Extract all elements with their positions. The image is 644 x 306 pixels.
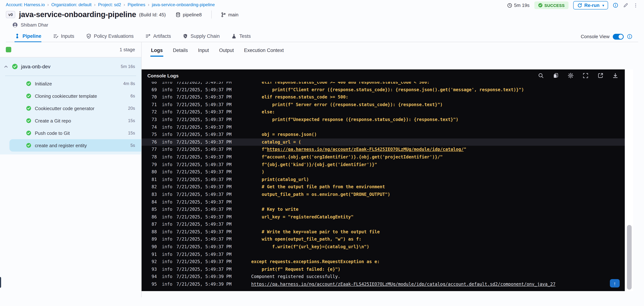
console-view-toggle[interactable] [613,34,624,40]
info-icon[interactable] [627,34,632,39]
search-button[interactable] [538,73,544,79]
breadcrumb-link[interactable]: Pipelines [128,2,145,7]
log-line: 81info7/21/2025, 5:49:37 PM print(catalo… [142,176,625,183]
log-list: 68info7/21/2025, 5:49:37 PM elif respons… [142,82,625,288]
fullscreen-button[interactable] [583,73,588,79]
log-level: info [162,82,176,86]
tab-pipeline[interactable]: Pipeline [14,31,42,42]
log-line-number: 76 [149,138,157,146]
tab-artifacts[interactable]: Artifacts [145,31,171,42]
log-timestamp: 7/21/2025, 5:49:37 PM [176,109,251,116]
log-line-number: 84 [149,198,157,206]
settings-icon [568,73,574,79]
detail-tab-details[interactable]: Details [173,48,188,57]
log-line: 82info7/21/2025, 5:49:37 PM # Get the ou… [142,183,625,191]
breadcrumb-link[interactable]: Organization: default [51,2,92,7]
log-timestamp: 7/21/2025, 5:49:37 PM [176,138,251,146]
tab-supply-chain[interactable]: Supply Chain [182,31,220,42]
tab-inputs[interactable]: Inputs [53,31,74,42]
tab-tests[interactable]: Tests [231,31,251,42]
log-level: info [162,236,176,243]
breadcrumb-link[interactable]: Project: sd2 [98,2,121,7]
log-line-number: 89 [149,236,157,243]
log-timestamp: 7/21/2025, 5:49:37 PM [176,206,251,213]
breadcrumb-separator-icon: › [148,2,149,7]
breadcrumb-separator-icon: › [47,2,49,7]
log-line-number: 91 [149,250,157,258]
step-list: Initialize4m 8sCloning cookiecutter temp… [0,77,141,152]
log-level: info [162,243,176,250]
detail-tab-output[interactable]: Output [219,48,234,57]
stage-row-java-onb-dev[interactable]: java-onb-dev 5m 16s [0,57,141,76]
log-line-number: 73 [149,116,157,123]
log-line: 79info7/21/2025, 5:49:37 PM f"{obj.get('… [142,161,625,168]
log-line: 85info7/21/2025, 5:49:37 PM # Key to wri… [142,206,625,213]
divider [5,76,136,76]
detail-tab-input[interactable]: Input [198,48,209,57]
git-branch-icon [220,12,226,17]
open-in-new-button[interactable] [598,73,603,79]
log-timestamp: 7/21/2025, 5:49:37 PM [176,93,251,101]
log-timestamp: 7/21/2025, 5:49:37 PM [176,266,251,273]
stage-group: java-onb-dev 5m 16s Initialize4m 8sCloni… [0,57,141,154]
tab-label: Artifacts [153,34,171,39]
edit-pipeline-button[interactable] [623,3,628,8]
download-icon [612,73,618,79]
scrollbar-thumb[interactable] [627,225,632,290]
step-row-cloning-cookiecutter-template[interactable]: Cloning cookiecutter template6s [0,90,141,102]
log-message: Component registered successfully. [251,273,340,280]
stage-count-label: 1 stage [120,47,135,52]
log-level: info [162,161,176,168]
step-row-push-code-to-git[interactable]: Push code to Git15s [0,127,141,139]
console-wrap: Console Logs 68info7/21/2025, 5:49:37 PM… [142,69,633,291]
log-line-number: 85 [149,206,157,213]
detail-tab-logs[interactable]: Logs [151,48,163,57]
copy-button[interactable] [553,73,559,79]
log-timestamp: 7/21/2025, 5:49:37 PM [176,161,251,168]
console-scrollbar[interactable] [625,69,633,291]
log-line: 68info7/21/2025, 5:49:37 PM elif respons… [142,82,625,86]
scroll-to-top-button[interactable]: ↑ [610,279,620,287]
log-line: 76info7/21/2025, 5:49:37 PM catalog_url … [142,138,625,146]
log-level: info [162,221,176,228]
step-row-create-a-git-repo[interactable]: Create a Git repo15s [0,115,141,127]
settings-button[interactable] [568,73,574,79]
log-viewport[interactable]: 68info7/21/2025, 5:49:37 PM elif respons… [142,82,625,291]
pipeline-tag-chip: pipeline8 [175,12,202,17]
chevron-up-icon[interactable] [4,64,8,69]
log-level: info [162,131,176,138]
stage-name: java-onb-dev [21,64,121,69]
log-line-number: 70 [149,93,157,101]
log-level: info [162,93,176,101]
step-duration: 20s [128,106,135,111]
tab-policy-evaluations[interactable]: Policy Evaluations [86,31,134,42]
log-message: except requests.exceptions.RequestExcept… [251,258,380,266]
download-button[interactable] [612,73,618,79]
arrow-up-icon: ↑ [614,280,616,286]
step-row-create-and-register-entity[interactable]: create and register entity5s [10,139,141,152]
detail-tab-execution-context[interactable]: Execution Context [244,48,284,57]
log-message: elif response.status_code >= 400 and res… [251,82,430,86]
log-line: 73info7/21/2025, 5:49:37 PM print(f"Unex… [142,116,625,123]
breadcrumb-link[interactable]: Account: Harness.io [6,2,45,7]
log-timestamp: 7/21/2025, 5:49:37 PM [176,258,251,266]
harness-pipeline-execution-page: Account: Harness.io›Organization: defaul… [0,0,644,306]
step-duration: 15s [128,130,135,136]
log-message: catalog_url = ( [251,138,301,146]
drawer-handle[interactable] [0,277,1,288]
step-row-initialize[interactable]: Initialize4m 8s [0,77,141,90]
log-line: 92info7/21/2025, 5:49:37 PMexcept reques… [142,258,625,266]
breadcrumb-link[interactable]: java-service-onboarding-pipeline [152,2,215,7]
step-row-cookiecutter-code-generator[interactable]: Cookiecutter code generator20s [0,102,141,115]
log-link[interactable]: https://qa.harness.io/ng/account/zEaak-F… [251,282,556,287]
branch-label: main [228,12,238,17]
step-duration: 15s [128,118,135,123]
more-options-button[interactable] [633,3,638,8]
log-level: info [162,198,176,206]
console-view-control: Console View [581,31,632,42]
rerun-button[interactable]: Re-run ▾ [573,1,608,10]
info-button[interactable] [613,3,618,8]
log-link[interactable]: https://qa.harness.io/ng/account/zEaak-F… [267,147,464,152]
log-line: 86info7/21/2025, 5:49:37 PM url_key = "r… [142,213,625,221]
log-line: 71info7/21/2025, 5:49:37 PM print(f" Ser… [142,101,625,109]
